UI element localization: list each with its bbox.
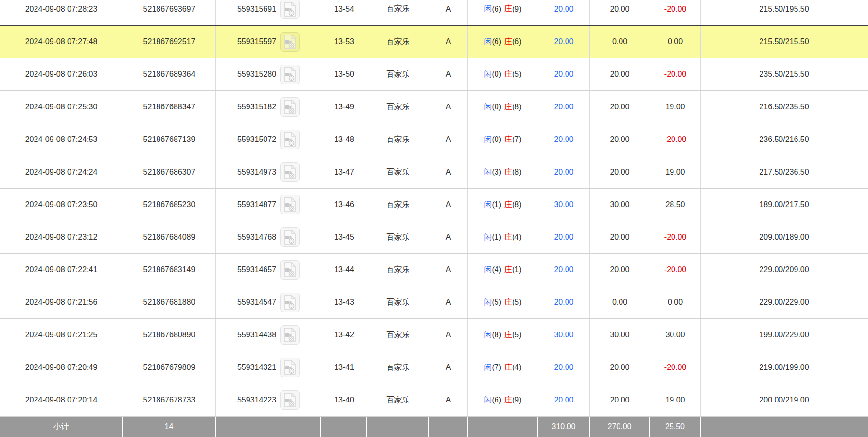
bet-id: 521867683149: [143, 265, 195, 274]
valid-amount-cell: 20.00: [590, 351, 650, 384]
video-replay-button[interactable]: [280, 227, 300, 247]
table-row[interactable]: 2024-09-08 07:22:41 521867683149 5593146…: [0, 254, 868, 286]
player-score: (0): [492, 70, 501, 79]
win-loss: 0.00: [668, 298, 683, 307]
banker-score: (9): [512, 396, 522, 404]
game-result-cell: 闲(6) 庄(6): [468, 26, 538, 58]
banker-score: (8): [512, 200, 522, 209]
table-row[interactable]: 2024-09-08 07:24:24 521867686307 5593149…: [0, 156, 868, 189]
player-score: (3): [492, 168, 501, 176]
table-row[interactable]: 2024-09-08 07:25:30 521867688347 5593151…: [0, 91, 868, 123]
video-replay-button[interactable]: [280, 97, 300, 117]
table-row[interactable]: 2024-09-08 07:23:12 521867684089 5593147…: [0, 221, 868, 254]
bet-id-cell: 521867679809: [123, 351, 216, 384]
player-label: 闲: [484, 167, 492, 177]
bet-amount-cell: 20.00: [538, 384, 590, 416]
valid-amount: 0.00: [612, 37, 627, 46]
video-replay-button[interactable]: [280, 358, 300, 377]
table-row[interactable]: 2024-09-08 07:24:53 521867687139 5593150…: [0, 123, 868, 156]
round-id-cell: 559315182: [216, 91, 321, 123]
round-id: 559314547: [237, 298, 276, 307]
valid-amount: 20.00: [610, 168, 629, 176]
banker-score: (5): [512, 70, 522, 79]
bet-amount-cell: 20.00: [538, 286, 590, 318]
bet-id: 521867680890: [143, 331, 195, 339]
table-row[interactable]: 2024-09-08 07:27:48 521867692517 5593155…: [0, 26, 868, 58]
video-replay-button[interactable]: [280, 293, 300, 312]
table-row[interactable]: 2024-09-08 07:28:23 521867693697 5593156…: [0, 0, 868, 26]
banker-label: 庄: [504, 363, 512, 373]
player-label: 闲: [484, 102, 492, 112]
table-row[interactable]: 2024-09-08 07:20:49 521867679809 5593143…: [0, 351, 868, 384]
round-number-cell: 13-50: [321, 58, 367, 90]
player-score: (7): [492, 363, 501, 372]
bet-amount: 20.00: [554, 70, 573, 79]
subtotal-count-text: 14: [165, 422, 174, 431]
video-replay-button[interactable]: [280, 260, 300, 280]
banker-label: 庄: [504, 297, 512, 308]
bet-time: 2024-09-08 07:24:53: [25, 135, 98, 144]
balance-cell: 229.00/209.00: [701, 254, 868, 286]
game-type-cell: 百家乐: [367, 351, 429, 384]
video-replay-button[interactable]: [280, 162, 300, 182]
game-result-cell: 闲(6) 庄(9): [468, 0, 538, 25]
banker-score: (5): [512, 298, 522, 307]
round-id: 559314223: [237, 396, 276, 404]
bet-time: 2024-09-08 07:26:03: [25, 70, 98, 79]
table-row[interactable]: 2024-09-08 07:21:25 521867680890 5593144…: [0, 319, 868, 351]
game-type: 百家乐: [387, 330, 410, 340]
game-type: 百家乐: [387, 232, 410, 243]
video-replay-button[interactable]: [280, 390, 300, 410]
round-number-cell: 13-48: [321, 123, 367, 156]
video-replay-button[interactable]: [280, 325, 300, 345]
bet-id-cell: 521867687139: [123, 123, 216, 156]
bet-id-cell: 521867680890: [123, 319, 216, 351]
bet-id: 521867693697: [143, 5, 195, 14]
bet-rows-container: 2024-09-08 07:28:23 521867693697 5593156…: [0, 0, 868, 417]
subtotal-count: 14: [123, 417, 216, 437]
video-replay-button[interactable]: [280, 195, 300, 214]
game-type-cell: 百家乐: [367, 221, 429, 253]
bet-id-cell: 521867686307: [123, 156, 216, 188]
table-row[interactable]: 2024-09-08 07:23:50 521867685230 5593148…: [0, 189, 868, 221]
game-type-cell: 百家乐: [367, 254, 429, 286]
valid-amount: 20.00: [610, 5, 629, 14]
win-loss: -20.00: [664, 70, 686, 79]
video-replay-button[interactable]: [280, 65, 300, 84]
balance-cell: 229.00/229.00: [701, 286, 868, 318]
banker-label: 庄: [504, 70, 512, 80]
balance: 235.50/215.50: [759, 70, 809, 79]
game-type: 百家乐: [387, 167, 410, 177]
bet-id-cell: 521867688347: [123, 91, 216, 123]
valid-amount: 20.00: [610, 396, 629, 404]
video-replay-button[interactable]: [280, 130, 300, 149]
round-id-cell: 559314657: [216, 254, 321, 286]
bet-id-cell: 521867681880: [123, 286, 216, 318]
game-type-cell: 百家乐: [367, 123, 429, 156]
game-type-cell: 百家乐: [367, 156, 429, 188]
bet-time: 2024-09-08 07:20:14: [25, 396, 98, 404]
table-letter-cell: A: [429, 384, 468, 416]
video-replay-button[interactable]: [280, 32, 300, 52]
bet-amount: 20.00: [554, 135, 573, 144]
round-number: 13-47: [334, 168, 354, 176]
valid-amount-cell: 20.00: [590, 384, 650, 416]
valid-amount: 20.00: [610, 135, 629, 144]
table-row[interactable]: 2024-09-08 07:21:56 521867681880 5593145…: [0, 286, 868, 319]
game-type: 百家乐: [387, 363, 410, 373]
video-replay-button[interactable]: [280, 0, 300, 19]
subtotal-spacer: [367, 417, 429, 437]
balance: 236.50/216.50: [759, 135, 809, 144]
table-row[interactable]: 2024-09-08 07:20:14 521867678733 5593142…: [0, 384, 868, 417]
round-number: 13-42: [334, 331, 354, 339]
balance-cell: 215.50/195.50: [701, 0, 868, 25]
balance-cell: 216.50/235.50: [701, 91, 868, 123]
win-loss-cell: 0.00: [650, 286, 701, 318]
balance: 189.00/217.50: [759, 200, 809, 209]
round-number: 13-43: [334, 298, 354, 307]
bet-time: 2024-09-08 07:21:56: [25, 298, 98, 307]
balance-cell: 189.00/217.50: [701, 189, 868, 221]
balance: 200.00/219.00: [759, 396, 809, 404]
game-type: 百家乐: [387, 4, 410, 14]
table-row[interactable]: 2024-09-08 07:26:03 521867689364 5593152…: [0, 58, 868, 91]
